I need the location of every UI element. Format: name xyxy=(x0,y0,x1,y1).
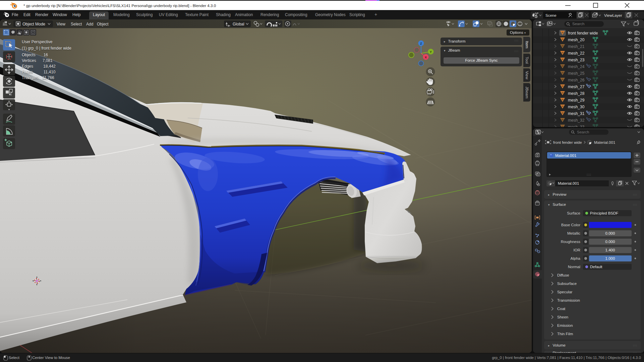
svg-text:mesh_25: mesh_25 xyxy=(568,71,585,76)
svg-text:mesh_22: mesh_22 xyxy=(568,51,585,56)
svg-text:Default: Default xyxy=(590,265,602,269)
svg-text:mesh_32: mesh_32 xyxy=(568,118,585,123)
svg-text:Normal: Normal xyxy=(568,265,580,269)
svg-text:Surface: Surface xyxy=(567,211,580,215)
svg-text:mesh_21: mesh_21 xyxy=(568,44,585,49)
svg-text:mesh_27: mesh_27 xyxy=(568,84,585,89)
svg-text:mesh_30: mesh_30 xyxy=(568,105,585,109)
svg-text:Add: Add xyxy=(86,22,93,26)
svg-text:Object Mode: Object Mode xyxy=(22,22,45,26)
svg-text:Material.001: Material.001 xyxy=(558,181,579,185)
svg-text:ViewLayer: ViewLayer xyxy=(604,13,622,17)
svg-text:Base Color: Base Color xyxy=(561,223,580,227)
svg-text:Principled BSDF: Principled BSDF xyxy=(590,211,618,215)
svg-text:mesh_28: mesh_28 xyxy=(568,91,585,96)
svg-text:Material.001: Material.001 xyxy=(555,154,576,158)
svg-text:Diffuse: Diffuse xyxy=(557,273,569,277)
svg-text:Roughness: Roughness xyxy=(561,240,580,244)
svg-text:mesh_26: mesh_26 xyxy=(568,78,585,82)
svg-text:Scene: Scene xyxy=(545,13,557,17)
svg-text:IOR: IOR xyxy=(574,248,580,252)
svg-text:1.000: 1.000 xyxy=(605,256,615,260)
svg-text:Material.001: Material.001 xyxy=(594,140,615,144)
svg-text:mesh_29: mesh_29 xyxy=(568,98,585,103)
svg-text:View: View xyxy=(57,22,65,26)
svg-text:Thin Film: Thin Film xyxy=(557,332,573,336)
svg-text:mesh_20: mesh_20 xyxy=(568,38,585,42)
svg-text:Sheen: Sheen xyxy=(557,315,568,319)
svg-text:mesh_24: mesh_24 xyxy=(568,64,585,69)
svg-text:Subsurface: Subsurface xyxy=(557,282,577,286)
svg-text:Emission: Emission xyxy=(557,323,573,327)
svg-text:Search: Search xyxy=(577,130,589,134)
svg-text:Select: Select xyxy=(71,22,82,26)
svg-text:0.000: 0.000 xyxy=(605,240,615,244)
svg-text:::::: :::: xyxy=(587,173,591,176)
svg-text:front fender wide: front fender wide xyxy=(568,31,598,36)
svg-text:Metallic: Metallic xyxy=(567,231,580,235)
svg-text:Transmission: Transmission xyxy=(557,298,580,302)
svg-text:Coat: Coat xyxy=(557,307,566,311)
svg-text:Global: Global xyxy=(233,22,244,26)
svg-text:front fender wide: front fender wide xyxy=(553,140,582,144)
svg-text:Alpha: Alpha xyxy=(571,256,581,260)
svg-text:Specular: Specular xyxy=(557,290,573,294)
svg-text:Object: Object xyxy=(97,22,109,26)
svg-text:mesh_31: mesh_31 xyxy=(568,111,585,116)
svg-text:Y: Y xyxy=(430,50,432,54)
svg-text:mesh_23: mesh_23 xyxy=(568,58,585,62)
svg-text:Z: Z xyxy=(420,42,422,45)
svg-text:mesh_33: mesh_33 xyxy=(568,125,585,127)
svg-text:0.000: 0.000 xyxy=(605,231,615,235)
svg-text:1.400: 1.400 xyxy=(605,248,615,252)
svg-text:X: X xyxy=(425,55,427,59)
